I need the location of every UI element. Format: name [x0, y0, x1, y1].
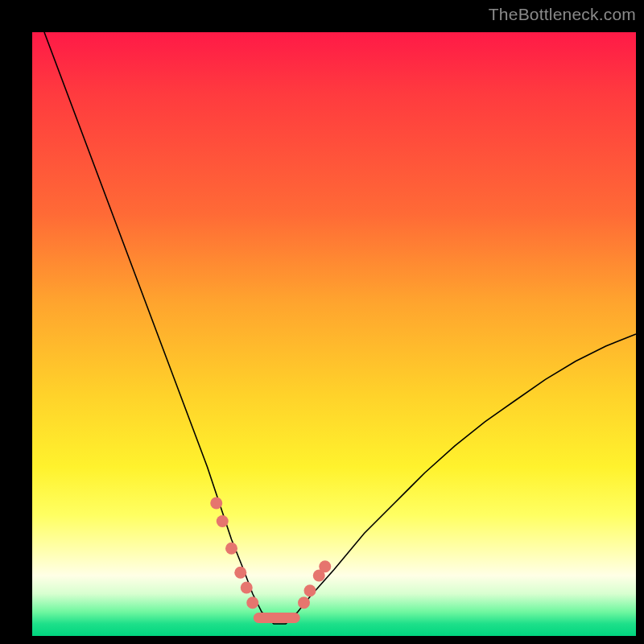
- marker-dot: [304, 584, 316, 597]
- marker-dot: [319, 560, 331, 572]
- watermark-text: TheBottleneck.com: [489, 5, 636, 24]
- chart-frame: TheBottleneck.com: [0, 0, 644, 644]
- marker-dot: [234, 567, 246, 579]
- marker-dot: [210, 497, 222, 510]
- bottleneck-curve: [44, 32, 636, 624]
- plot-area: [32, 32, 636, 636]
- marker-dot: [241, 582, 253, 594]
- marker-dots-right: [298, 560, 331, 609]
- marker-dot: [298, 597, 310, 609]
- marker-dot: [217, 515, 229, 527]
- chart-overlay: [32, 32, 636, 636]
- marker-dot: [225, 543, 237, 555]
- marker-dot: [246, 597, 258, 609]
